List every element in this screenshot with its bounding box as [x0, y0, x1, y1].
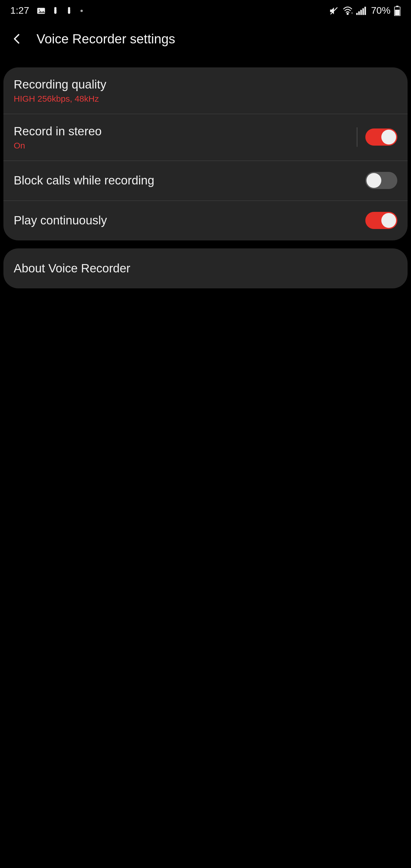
block-calls-title: Block calls while recording: [14, 173, 154, 188]
recording-quality-row[interactable]: Recording quality HIGH 256kbps, 48kHz: [3, 67, 408, 114]
svg-point-1: [39, 9, 40, 11]
battery-percent: 70%: [371, 5, 390, 17]
record-stereo-title: Record in stereo: [14, 123, 102, 139]
record-stereo-row[interactable]: Record in stereo On: [3, 114, 408, 160]
back-button[interactable]: [8, 30, 26, 48]
svg-rect-10: [362, 8, 364, 15]
play-continuously-toggle[interactable]: [365, 212, 397, 229]
svg-rect-11: [365, 7, 366, 15]
play-continuously-row[interactable]: Play continuously: [3, 200, 408, 240]
status-right: + 70%: [329, 5, 401, 17]
svg-text:+: +: [351, 11, 353, 15]
wifi-icon: +: [343, 6, 353, 16]
block-calls-row[interactable]: Block calls while recording: [3, 160, 408, 200]
signal-icon: [356, 6, 367, 16]
notification-icon: [51, 6, 60, 16]
svg-rect-7: [356, 13, 358, 15]
play-continuously-title: Play continuously: [14, 213, 107, 228]
about-card: About Voice Recorder: [3, 248, 408, 288]
status-left: 1:27: [10, 5, 83, 17]
record-stereo-status: On: [14, 140, 102, 151]
toggle-separator: [357, 127, 357, 147]
block-calls-toggle[interactable]: [365, 172, 397, 189]
page-header: Voice Recorder settings: [0, 22, 411, 56]
page-title: Voice Recorder settings: [36, 31, 175, 46]
notification-icon-2: [64, 6, 74, 16]
svg-rect-9: [360, 10, 361, 15]
svg-rect-14: [395, 10, 400, 16]
svg-rect-8: [358, 11, 360, 15]
svg-point-5: [347, 13, 348, 14]
settings-card: Recording quality HIGH 256kbps, 48kHz Re…: [3, 67, 408, 240]
status-bar: 1:27: [0, 0, 411, 22]
mute-icon: [329, 6, 339, 16]
more-notifications-icon: [81, 10, 83, 12]
record-stereo-toggle[interactable]: [365, 128, 397, 146]
recording-quality-value: HIGH 256kbps, 48kHz: [14, 93, 106, 104]
battery-icon: [394, 6, 401, 16]
about-title: About Voice Recorder: [14, 260, 130, 276]
recording-quality-title: Recording quality: [14, 76, 106, 92]
about-row[interactable]: About Voice Recorder: [3, 248, 408, 288]
status-time: 1:27: [10, 5, 29, 17]
gallery-icon: [36, 6, 46, 16]
